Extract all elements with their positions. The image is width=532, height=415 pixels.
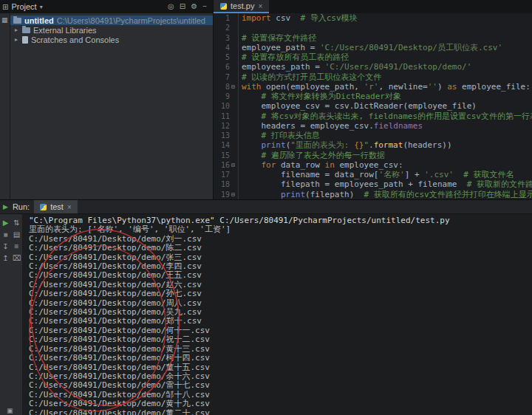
- rerun-icon[interactable]: ▶: [3, 217, 9, 229]
- code-line: 2: [214, 23, 532, 32]
- code-line-text: employees_path = 'C:/Users/80491/Desktop…: [239, 62, 471, 72]
- tree-item-label: untitled: [24, 16, 54, 25]
- console-line: C:/Users/80491/Desktop/demo/柯十四.csv: [29, 354, 532, 363]
- clear-console-icon[interactable]: ⌧: [13, 253, 21, 264]
- tool-window-stripe: ▦: [0, 13, 10, 199]
- console-line: C:/Users/80491/Desktop/demo/王五.csv: [29, 271, 532, 280]
- code-line-text: headers = employee_csv.fieldnames: [239, 121, 423, 131]
- code-line: 13 # 打印表头信息: [214, 131, 532, 140]
- code-line-text: # 将csv对象的表头读出来, fieldnames的作用是设置csv文件的第一…: [239, 112, 532, 121]
- run-panel-header: ▶ Run: test ×: [0, 200, 532, 214]
- line-number: 6: [225, 62, 230, 72]
- code-line-text: # 设置存放所有员工表的路径: [239, 52, 349, 62]
- bottom-tool-icon[interactable]: ▣: [7, 407, 13, 414]
- code-line-text: # 打印表头信息: [239, 131, 320, 140]
- tree-item-label: External Libraries: [33, 26, 97, 35]
- project-panel-header: ⊞ Project ▾ ◎⊟⚙−: [0, 0, 213, 13]
- scroll-to-end-icon[interactable]: ≡: [15, 241, 19, 253]
- code-line: 17 filename = data_row['名称'] + '.csv' # …: [214, 170, 532, 179]
- console-output[interactable]: "C:\Program Files\Python37\python.exe" C…: [23, 214, 532, 415]
- line-number: 13: [221, 131, 230, 140]
- line-number: 5: [225, 52, 230, 62]
- line-number: 9: [225, 92, 230, 101]
- console-line: C:/Users/80491/Desktop/demo/雷十七.csv: [29, 381, 532, 390]
- fold-icon[interactable]: ⊟: [230, 190, 236, 199]
- line-number: 12: [221, 121, 230, 131]
- code-line-text: # 将文件对象转换为DictReader对象: [239, 92, 401, 101]
- fold-icon[interactable]: ⊟: [230, 82, 236, 92]
- tree-item-path: C:\Users\80491\PycharmProjects\untitled: [57, 16, 205, 25]
- sort-icon[interactable]: ⇅: [13, 217, 19, 229]
- chevron-down-icon[interactable]: ▾: [40, 4, 43, 10]
- code-line: 15 # 遍历除了表头之外的每一行数据: [214, 151, 532, 160]
- chevron-right-icon[interactable]: ▸: [13, 27, 19, 33]
- project-stripe-icon[interactable]: ▦: [1, 16, 8, 24]
- scroll-down-icon[interactable]: ↧: [2, 241, 8, 253]
- code-line: 5# 设置存放所有员工表的路径: [214, 52, 532, 62]
- code-line: 16⊟ for data_row in employee_csv:: [214, 160, 532, 170]
- console-line: C:/Users/80491/Desktop/demo/黄十九.csv: [29, 399, 532, 408]
- code-line-text: # 设置保存文件路径: [239, 33, 316, 43]
- run-tab-close-icon[interactable]: ×: [67, 203, 72, 211]
- code-lines: 1import csv # 导入csv模块23# 设置保存文件路径4employ…: [214, 13, 532, 199]
- run-tab-test[interactable]: test ×: [34, 200, 78, 213]
- line-number: 19: [221, 190, 230, 199]
- line-number: 1: [225, 13, 230, 23]
- tree-item-untitled[interactable]: untitled C:\Users\80491\PycharmProjects\…: [10, 16, 213, 25]
- tree-item-scratches[interactable]: ▸ Scratches and Consoles: [10, 35, 213, 44]
- line-number: 18: [221, 179, 230, 189]
- code-line-text: for data_row in employee_csv:: [239, 160, 403, 170]
- run-toolbar: ▶■↧↥⇅▤≡⌧: [0, 214, 23, 415]
- line-number: 11: [221, 112, 230, 121]
- line-number: 7: [225, 72, 230, 82]
- code-line-text: # 以读的方式打开员工职位表这个文件: [239, 72, 381, 82]
- code-editor[interactable]: 1import csv # 导入csv模块23# 设置保存文件路径4employ…: [213, 13, 532, 199]
- code-line-text: employee_path = 'C:/Users/80491/Desktop/…: [239, 43, 502, 52]
- code-line-text: filepath = employees_path + filename # 获…: [239, 179, 532, 189]
- code-line: 10 employee_csv = csv.DictReader(employe…: [214, 101, 532, 111]
- fold-icon[interactable]: ⊟: [230, 160, 236, 170]
- locate-file-icon[interactable]: ◎: [168, 0, 174, 13]
- main-area: ▦ untitled C:\Users\80491\PycharmProject…: [0, 13, 532, 199]
- tool-window-icon: ⊞: [2, 3, 8, 11]
- line-number: 16: [221, 160, 230, 170]
- tree-item-external-libraries[interactable]: ▸ External Libraries: [10, 25, 213, 35]
- hide-panel-icon[interactable]: −: [202, 0, 207, 13]
- code-line: 8⊟with open(employee_path, 'r', newline=…: [214, 82, 532, 92]
- code-line: 11 # 将csv对象的表头读出来, fieldnames的作用是设置csv文件…: [214, 112, 532, 121]
- console-line: C:/Users/80491/Desktop/demo/孙七.csv: [29, 289, 532, 298]
- project-header-icons: ◎⊟⚙−: [168, 0, 213, 13]
- line-number: 14: [221, 140, 230, 150]
- chevron-right-icon[interactable]: ▸: [13, 36, 19, 43]
- scroll-up-icon[interactable]: ↥: [2, 253, 8, 264]
- library-icon: [22, 27, 30, 33]
- project-panel-title[interactable]: Project: [11, 2, 36, 11]
- code-line-text: print(filepath) # 获取所有的csv文件路径并打印在终端上显示: [239, 190, 532, 199]
- code-line: 18 filepath = employees_path + filename …: [214, 179, 532, 189]
- python-icon: [40, 204, 47, 210]
- console-line: C:/Users/80491/Desktop/demo/陈二.csv: [29, 244, 532, 253]
- code-line: 7# 以读的方式打开员工职位表这个文件: [214, 72, 532, 82]
- run-icon: ▶: [3, 203, 8, 210]
- run-tab-label: test: [50, 202, 64, 211]
- settings-icon[interactable]: ⚙: [191, 0, 197, 13]
- code-line-text: [239, 23, 242, 32]
- collapse-all-icon[interactable]: ⊟: [180, 0, 185, 13]
- python-icon: [220, 3, 227, 10]
- soft-wrap-icon[interactable]: ▤: [13, 229, 20, 241]
- code-line: 4employee_path = 'C:/Users/80491/Desktop…: [214, 43, 532, 52]
- code-line-text: # 遍历除了表头之外的每一行数据: [239, 151, 385, 160]
- code-line: 12 headers = employee_csv.fieldnames: [214, 121, 532, 131]
- console-line: C:/Users/80491/Desktop/demo/董二十.csv: [29, 409, 532, 415]
- console-line: 里面的表头为: ['名称', '编号', '职位', '工资']: [29, 225, 532, 234]
- editor-tab-bar: test.py ×: [213, 0, 532, 13]
- stop-icon[interactable]: ■: [3, 229, 7, 241]
- scratch-file-icon: [22, 36, 28, 44]
- code-line-text: with open(employee_path, 'r', newline=''…: [239, 82, 531, 92]
- code-line: 3# 设置保存文件路径: [214, 33, 532, 43]
- code-line-text: filename = data_row['名称'] + '.csv' # 获取文…: [239, 170, 514, 179]
- code-line: 1import csv # 导入csv模块: [214, 13, 532, 23]
- editor-tab-test-py[interactable]: test.py ×: [214, 0, 269, 13]
- tab-close-icon[interactable]: ×: [258, 2, 262, 10]
- top-bar: ⊞ Project ▾ ◎⊟⚙− test.py ×: [0, 0, 532, 13]
